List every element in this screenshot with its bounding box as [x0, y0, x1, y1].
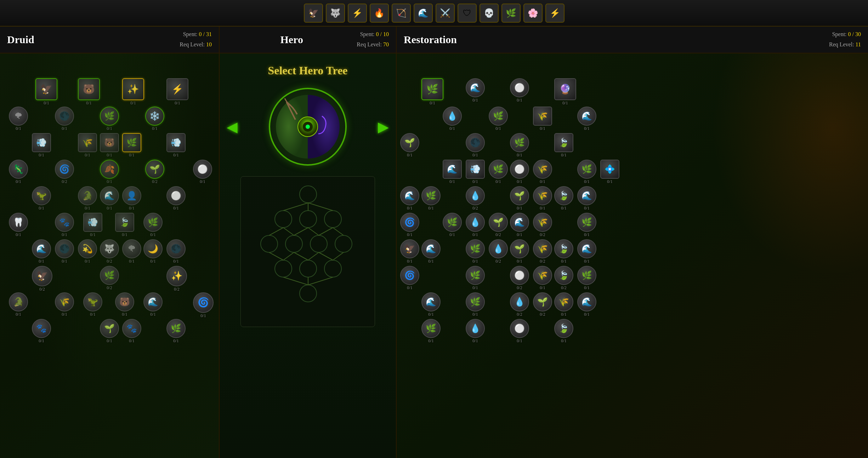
talent-node-2[interactable]: ⚪0/1: [510, 78, 529, 103]
talent-node-44[interactable]: 🌾0/1: [533, 266, 552, 291]
talent-node-54[interactable]: 💧0/1: [466, 319, 485, 344]
talent-node-5[interactable]: 🌑0/1: [55, 107, 74, 131]
talent-node-4[interactable]: 💧0/1: [443, 107, 462, 131]
talent-node-6[interactable]: 🌿0/1: [100, 107, 119, 131]
talent-node-50[interactable]: 🌱0/2: [533, 292, 552, 317]
talent-node-30[interactable]: 💫0/1: [78, 239, 97, 264]
talent-node-5[interactable]: 🌿0/1: [489, 107, 508, 131]
talent-node-29[interactable]: 🌱0/2: [489, 213, 508, 237]
talent-node-33[interactable]: 🌙0/1: [143, 239, 163, 264]
talent-node-48[interactable]: 🌿0/1: [466, 292, 485, 317]
talent-node-26[interactable]: 🌀0/1: [400, 213, 419, 237]
talent-node-22[interactable]: ⚪0/1: [166, 186, 186, 211]
talent-node-46[interactable]: 🌿0/1: [577, 266, 596, 291]
talent-node-45[interactable]: 🌱0/1: [100, 319, 119, 344]
talent-node-0[interactable]: 🌿0/1: [421, 78, 443, 106]
talent-node-47[interactable]: 🌊0/1: [421, 292, 441, 317]
talent-node-1[interactable]: 🌊0/1: [466, 78, 485, 103]
talent-node-46[interactable]: 🐾0/1: [122, 319, 141, 344]
talent-node-7[interactable]: 🌊0/1: [577, 107, 596, 131]
tb9[interactable]: 💀: [480, 4, 499, 23]
talent-node-16[interactable]: 🌾0/1: [533, 160, 552, 184]
talent-node-16[interactable]: 🌱0/2: [145, 160, 164, 184]
talent-node-35[interactable]: 🦅0/2: [32, 266, 52, 292]
talent-node-39[interactable]: 🌾0/1: [55, 292, 74, 317]
talent-node-12[interactable]: 💨0/1: [166, 133, 186, 158]
talent-node-27[interactable]: 🌿0/1: [143, 213, 163, 237]
talent-node-31[interactable]: 🌾0/2: [533, 213, 552, 237]
talent-node-41[interactable]: 🐻0/1: [115, 292, 134, 317]
tb6[interactable]: 🌊: [414, 4, 433, 23]
talent-node-15[interactable]: ⚪0/1: [510, 160, 529, 184]
talent-node-47[interactable]: 🌿0/1: [166, 319, 186, 344]
talent-node-9[interactable]: 🌑0/1: [466, 133, 485, 158]
talent-node-21[interactable]: 👤0/1: [122, 186, 141, 211]
talent-node-56[interactable]: 🍃0/1: [554, 319, 573, 344]
talent-node-38[interactable]: 🐊0/1: [9, 292, 28, 317]
tb3[interactable]: ⚡: [348, 4, 367, 23]
tb10[interactable]: 🌿: [501, 4, 521, 23]
hero-arrow-left[interactable]: ◀: [227, 118, 238, 135]
talent-node-31[interactable]: 🐺0/2: [100, 239, 119, 264]
talent-node-36[interactable]: 💧0/2: [489, 239, 508, 264]
talent-node-34[interactable]: 🌑0/1: [166, 239, 186, 264]
talent-node-34[interactable]: 🌊0/1: [421, 239, 441, 264]
talent-node-23[interactable]: 🦷0/1: [9, 213, 28, 237]
talent-node-2[interactable]: ✨0/1: [122, 78, 144, 106]
talent-node-52[interactable]: 🌊0/1: [577, 292, 596, 317]
talent-node-4[interactable]: 🌪0/1: [9, 107, 28, 131]
talent-node-55[interactable]: ⚪0/1: [510, 319, 529, 344]
talent-node-28[interactable]: 💧0/1: [466, 213, 485, 237]
talent-node-19[interactable]: 🐊0/1: [78, 186, 97, 211]
talent-node-24[interactable]: 🍃0/1: [554, 186, 573, 211]
talent-node-37[interactable]: ✨0/2: [166, 266, 187, 292]
talent-node-17[interactable]: ⚪0/1: [193, 160, 212, 184]
talent-node-14[interactable]: 🌿0/1: [489, 160, 508, 184]
talent-node-28[interactable]: 🌊0/1: [32, 239, 51, 264]
talent-node-13[interactable]: 💨0/1: [466, 160, 485, 184]
talent-node-26[interactable]: 🍃0/1: [115, 213, 134, 237]
talent-node-1[interactable]: 🐻0/1: [78, 78, 100, 106]
hero-arrow-right[interactable]: ▶: [378, 118, 389, 135]
talent-node-40[interactable]: 🌊0/1: [577, 239, 596, 264]
talent-node-8[interactable]: 🌱0/1: [400, 133, 419, 158]
talent-node-36[interactable]: 🌿0/2: [100, 266, 119, 291]
talent-node-30[interactable]: 🌊0/1: [510, 213, 529, 237]
talent-node-10[interactable]: 🌿0/1: [510, 133, 529, 158]
talent-node-3[interactable]: ⚡0/1: [166, 78, 188, 106]
talent-node-37[interactable]: 🌱0/1: [510, 239, 529, 264]
talent-node-20[interactable]: 🌊0/1: [100, 186, 119, 211]
talent-node-14[interactable]: 🌀0/2: [55, 160, 74, 184]
talent-node-12[interactable]: 🌊0/1: [443, 160, 462, 184]
talent-node-43[interactable]: ⚪0/2: [510, 266, 529, 291]
talent-node-32[interactable]: 🌿0/1: [577, 213, 596, 237]
talent-node-49[interactable]: 💧0/2: [510, 292, 529, 317]
talent-node-35[interactable]: 🌿0/1: [466, 239, 485, 264]
talent-node-3[interactable]: 🔮0/1: [554, 78, 576, 106]
talent-node-6[interactable]: 🌾0/1: [533, 107, 552, 131]
talent-node-13[interactable]: 🦎0/1: [9, 160, 28, 184]
talent-node-51[interactable]: 🌾0/1: [554, 292, 573, 317]
talent-node-17[interactable]: 🌿0/1: [577, 160, 596, 184]
tb4[interactable]: 🔥: [370, 4, 389, 23]
talent-node-10[interactable]: 🐻0/1: [100, 133, 119, 158]
talent-node-25[interactable]: 💨0/1: [83, 213, 102, 237]
talent-node-18[interactable]: 🦖0/1: [32, 186, 51, 211]
talent-node-0[interactable]: 🦅0/1: [35, 78, 57, 106]
talent-node-9[interactable]: 🌾0/1: [78, 133, 97, 158]
talent-node-45[interactable]: 🍃0/2: [554, 266, 573, 291]
tb8[interactable]: 🛡: [458, 4, 477, 23]
tb12[interactable]: ⚡: [545, 4, 565, 23]
tb2[interactable]: 🐺: [326, 4, 345, 23]
talent-node-42[interactable]: 🌊0/1: [143, 292, 163, 317]
talent-node-41[interactable]: 🌀0/1: [400, 266, 419, 291]
talent-node-25[interactable]: 🌊0/1: [577, 186, 596, 211]
talent-node-29[interactable]: 🌑0/1: [55, 239, 74, 264]
talent-node-38[interactable]: 🌾0/2: [533, 239, 552, 264]
hero-circle[interactable]: [269, 88, 347, 166]
talent-node-18[interactable]: 💠0/1: [600, 160, 619, 184]
talent-node-11[interactable]: 🌿0/1: [122, 133, 141, 158]
talent-node-24[interactable]: 🐾0/1: [55, 213, 74, 237]
talent-node-22[interactable]: 🌱0/1: [510, 186, 529, 211]
talent-node-39[interactable]: 🍃0/1: [554, 239, 573, 264]
